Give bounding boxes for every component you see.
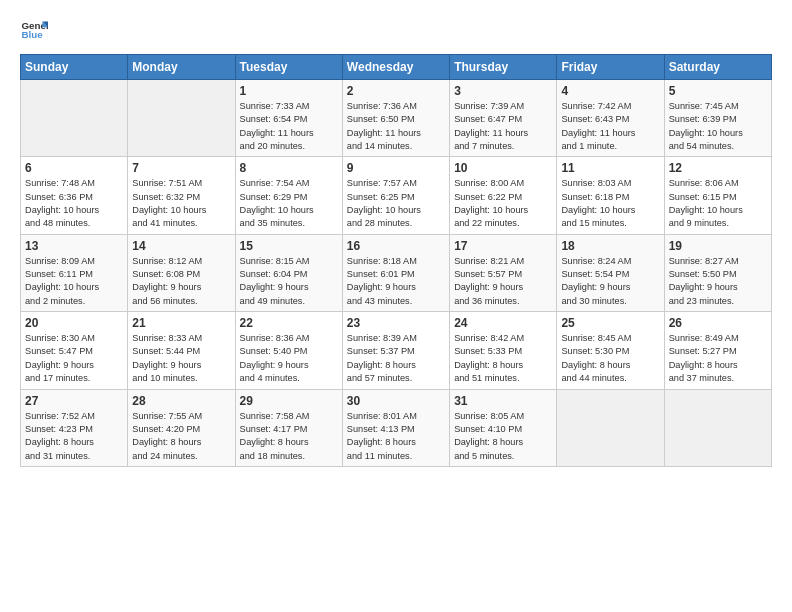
calendar-day-cell: 22Sunrise: 8:36 AMSunset: 5:40 PMDayligh… [235, 312, 342, 389]
day-info: Sunrise: 7:54 AMSunset: 6:29 PMDaylight:… [240, 177, 338, 230]
calendar-day-cell: 26Sunrise: 8:49 AMSunset: 5:27 PMDayligh… [664, 312, 771, 389]
day-info: Sunrise: 8:06 AMSunset: 6:15 PMDaylight:… [669, 177, 767, 230]
day-number: 3 [454, 84, 552, 98]
day-info: Sunrise: 8:15 AMSunset: 6:04 PMDaylight:… [240, 255, 338, 308]
calendar-day-cell: 8Sunrise: 7:54 AMSunset: 6:29 PMDaylight… [235, 157, 342, 234]
day-info: Sunrise: 8:21 AMSunset: 5:57 PMDaylight:… [454, 255, 552, 308]
day-number: 15 [240, 239, 338, 253]
calendar-day-cell: 3Sunrise: 7:39 AMSunset: 6:47 PMDaylight… [450, 80, 557, 157]
calendar-day-cell: 24Sunrise: 8:42 AMSunset: 5:33 PMDayligh… [450, 312, 557, 389]
day-info: Sunrise: 8:09 AMSunset: 6:11 PMDaylight:… [25, 255, 123, 308]
day-info: Sunrise: 7:52 AMSunset: 4:23 PMDaylight:… [25, 410, 123, 463]
calendar-day-cell [664, 389, 771, 466]
day-info: Sunrise: 7:39 AMSunset: 6:47 PMDaylight:… [454, 100, 552, 153]
calendar-day-cell: 16Sunrise: 8:18 AMSunset: 6:01 PMDayligh… [342, 234, 449, 311]
calendar-day-cell: 23Sunrise: 8:39 AMSunset: 5:37 PMDayligh… [342, 312, 449, 389]
day-number: 10 [454, 161, 552, 175]
calendar-week-row: 13Sunrise: 8:09 AMSunset: 6:11 PMDayligh… [21, 234, 772, 311]
calendar-day-cell: 29Sunrise: 7:58 AMSunset: 4:17 PMDayligh… [235, 389, 342, 466]
calendar-body: 1Sunrise: 7:33 AMSunset: 6:54 PMDaylight… [21, 80, 772, 467]
calendar-day-cell: 4Sunrise: 7:42 AMSunset: 6:43 PMDaylight… [557, 80, 664, 157]
svg-text:Blue: Blue [21, 29, 43, 40]
header-day: Saturday [664, 55, 771, 80]
day-number: 7 [132, 161, 230, 175]
day-info: Sunrise: 8:01 AMSunset: 4:13 PMDaylight:… [347, 410, 445, 463]
day-number: 24 [454, 316, 552, 330]
day-info: Sunrise: 7:48 AMSunset: 6:36 PMDaylight:… [25, 177, 123, 230]
day-number: 17 [454, 239, 552, 253]
day-info: Sunrise: 8:00 AMSunset: 6:22 PMDaylight:… [454, 177, 552, 230]
day-info: Sunrise: 8:39 AMSunset: 5:37 PMDaylight:… [347, 332, 445, 385]
day-number: 8 [240, 161, 338, 175]
day-number: 1 [240, 84, 338, 98]
calendar-day-cell: 18Sunrise: 8:24 AMSunset: 5:54 PMDayligh… [557, 234, 664, 311]
day-number: 5 [669, 84, 767, 98]
calendar-day-cell: 15Sunrise: 8:15 AMSunset: 6:04 PMDayligh… [235, 234, 342, 311]
day-info: Sunrise: 8:36 AMSunset: 5:40 PMDaylight:… [240, 332, 338, 385]
calendar-week-row: 6Sunrise: 7:48 AMSunset: 6:36 PMDaylight… [21, 157, 772, 234]
day-number: 6 [25, 161, 123, 175]
day-number: 30 [347, 394, 445, 408]
day-number: 29 [240, 394, 338, 408]
day-number: 14 [132, 239, 230, 253]
header-day: Tuesday [235, 55, 342, 80]
calendar-week-row: 27Sunrise: 7:52 AMSunset: 4:23 PMDayligh… [21, 389, 772, 466]
header: General Blue [20, 16, 772, 44]
header-day: Sunday [21, 55, 128, 80]
day-info: Sunrise: 7:42 AMSunset: 6:43 PMDaylight:… [561, 100, 659, 153]
calendar-day-cell: 12Sunrise: 8:06 AMSunset: 6:15 PMDayligh… [664, 157, 771, 234]
day-info: Sunrise: 8:42 AMSunset: 5:33 PMDaylight:… [454, 332, 552, 385]
calendar-day-cell: 7Sunrise: 7:51 AMSunset: 6:32 PMDaylight… [128, 157, 235, 234]
day-number: 23 [347, 316, 445, 330]
day-number: 12 [669, 161, 767, 175]
page-container: General Blue SundayMondayTuesdayWednesda… [0, 0, 792, 477]
calendar-day-cell: 9Sunrise: 7:57 AMSunset: 6:25 PMDaylight… [342, 157, 449, 234]
calendar-table: SundayMondayTuesdayWednesdayThursdayFrid… [20, 54, 772, 467]
day-info: Sunrise: 7:33 AMSunset: 6:54 PMDaylight:… [240, 100, 338, 153]
day-info: Sunrise: 7:51 AMSunset: 6:32 PMDaylight:… [132, 177, 230, 230]
calendar-day-cell: 28Sunrise: 7:55 AMSunset: 4:20 PMDayligh… [128, 389, 235, 466]
day-info: Sunrise: 8:27 AMSunset: 5:50 PMDaylight:… [669, 255, 767, 308]
logo-icon: General Blue [20, 16, 48, 44]
header-day: Friday [557, 55, 664, 80]
day-number: 2 [347, 84, 445, 98]
day-info: Sunrise: 8:49 AMSunset: 5:27 PMDaylight:… [669, 332, 767, 385]
day-number: 9 [347, 161, 445, 175]
calendar-week-row: 1Sunrise: 7:33 AMSunset: 6:54 PMDaylight… [21, 80, 772, 157]
day-number: 31 [454, 394, 552, 408]
calendar-day-cell: 10Sunrise: 8:00 AMSunset: 6:22 PMDayligh… [450, 157, 557, 234]
header-day: Monday [128, 55, 235, 80]
day-number: 16 [347, 239, 445, 253]
calendar-day-cell: 17Sunrise: 8:21 AMSunset: 5:57 PMDayligh… [450, 234, 557, 311]
day-info: Sunrise: 8:45 AMSunset: 5:30 PMDaylight:… [561, 332, 659, 385]
day-info: Sunrise: 8:30 AMSunset: 5:47 PMDaylight:… [25, 332, 123, 385]
header-day: Wednesday [342, 55, 449, 80]
day-number: 18 [561, 239, 659, 253]
day-info: Sunrise: 8:18 AMSunset: 6:01 PMDaylight:… [347, 255, 445, 308]
day-number: 28 [132, 394, 230, 408]
calendar-day-cell: 20Sunrise: 8:30 AMSunset: 5:47 PMDayligh… [21, 312, 128, 389]
calendar-day-cell: 2Sunrise: 7:36 AMSunset: 6:50 PMDaylight… [342, 80, 449, 157]
day-info: Sunrise: 7:45 AMSunset: 6:39 PMDaylight:… [669, 100, 767, 153]
calendar-day-cell: 14Sunrise: 8:12 AMSunset: 6:08 PMDayligh… [128, 234, 235, 311]
calendar-day-cell: 1Sunrise: 7:33 AMSunset: 6:54 PMDaylight… [235, 80, 342, 157]
calendar-day-cell [21, 80, 128, 157]
day-number: 22 [240, 316, 338, 330]
day-info: Sunrise: 8:03 AMSunset: 6:18 PMDaylight:… [561, 177, 659, 230]
day-info: Sunrise: 7:36 AMSunset: 6:50 PMDaylight:… [347, 100, 445, 153]
day-number: 25 [561, 316, 659, 330]
day-number: 26 [669, 316, 767, 330]
calendar-day-cell: 31Sunrise: 8:05 AMSunset: 4:10 PMDayligh… [450, 389, 557, 466]
day-info: Sunrise: 8:12 AMSunset: 6:08 PMDaylight:… [132, 255, 230, 308]
header-day: Thursday [450, 55, 557, 80]
calendar-day-cell: 25Sunrise: 8:45 AMSunset: 5:30 PMDayligh… [557, 312, 664, 389]
calendar-day-cell: 19Sunrise: 8:27 AMSunset: 5:50 PMDayligh… [664, 234, 771, 311]
calendar-day-cell: 27Sunrise: 7:52 AMSunset: 4:23 PMDayligh… [21, 389, 128, 466]
calendar-day-cell: 21Sunrise: 8:33 AMSunset: 5:44 PMDayligh… [128, 312, 235, 389]
calendar-day-cell: 13Sunrise: 8:09 AMSunset: 6:11 PMDayligh… [21, 234, 128, 311]
calendar-week-row: 20Sunrise: 8:30 AMSunset: 5:47 PMDayligh… [21, 312, 772, 389]
day-info: Sunrise: 7:55 AMSunset: 4:20 PMDaylight:… [132, 410, 230, 463]
calendar-day-cell: 30Sunrise: 8:01 AMSunset: 4:13 PMDayligh… [342, 389, 449, 466]
logo: General Blue [20, 16, 52, 44]
day-number: 21 [132, 316, 230, 330]
